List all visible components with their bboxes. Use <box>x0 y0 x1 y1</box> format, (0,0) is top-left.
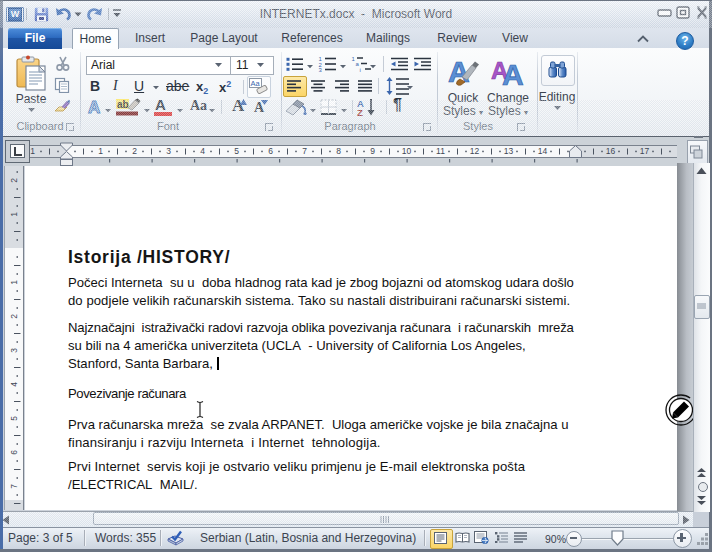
svg-text:A: A <box>502 58 524 88</box>
svg-text:17: 17 <box>640 146 650 156</box>
svg-text:5: 5 <box>234 146 239 156</box>
svg-text:2: 2 <box>9 314 19 319</box>
svg-text:2: 2 <box>9 178 19 183</box>
svg-text:3: 3 <box>9 348 19 353</box>
svg-text:1: 1 <box>98 146 103 156</box>
svg-text:9: 9 <box>370 146 375 156</box>
svg-text:1: 1 <box>30 146 35 156</box>
svg-text:6: 6 <box>268 146 273 156</box>
svg-text:1: 1 <box>9 280 19 285</box>
svg-text:7: 7 <box>9 484 19 489</box>
svg-text:6: 6 <box>9 450 19 455</box>
svg-text:ab: ab <box>117 99 129 110</box>
svg-text:3: 3 <box>166 146 171 156</box>
svg-text:14: 14 <box>538 146 548 156</box>
svg-text:1: 1 <box>9 212 19 217</box>
svg-text:11: 11 <box>436 146 445 156</box>
svg-text:12: 12 <box>470 146 480 156</box>
svg-text:7: 7 <box>302 146 307 156</box>
svg-text:16: 16 <box>606 146 616 156</box>
svg-text:Z: Z <box>357 107 363 117</box>
svg-text:13: 13 <box>504 146 514 156</box>
svg-text:2: 2 <box>132 146 137 156</box>
svg-text:3: 3 <box>319 67 323 72</box>
svg-text:5: 5 <box>9 416 19 421</box>
svg-text:i: i <box>360 67 361 73</box>
svg-text:8: 8 <box>336 146 341 156</box>
svg-text:Aa: Aa <box>251 79 261 88</box>
svg-text:4: 4 <box>200 146 205 156</box>
svg-text:4: 4 <box>9 382 19 387</box>
svg-text:10: 10 <box>402 146 412 156</box>
